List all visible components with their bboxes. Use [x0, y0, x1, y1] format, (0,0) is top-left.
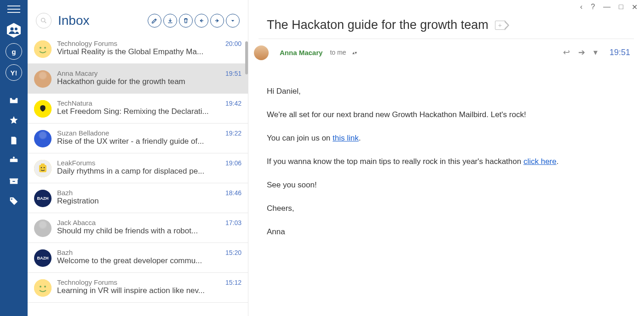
message-item[interactable]: TechNatura19:42Let Freedom Sing: Remixin…	[28, 94, 248, 124]
nav-drafts[interactable]	[6, 132, 22, 149]
message-subject: Learning in VR will inspire action like …	[57, 286, 223, 295]
message-item[interactable]: Technology Forums20:00Virtual Reality is…	[28, 34, 248, 64]
message-time: 19:42	[225, 100, 242, 107]
minimize-button[interactable]: —	[603, 3, 610, 11]
body-p3-tail: .	[557, 157, 559, 166]
message-item[interactable]: Technology Forums15:12Learning in VR wil…	[28, 273, 248, 303]
message-time: 15:12	[225, 279, 242, 286]
message-time: 19:22	[225, 130, 242, 137]
message-time: 18:46	[225, 189, 242, 197]
from-row: Anna Macary to me ▴▾ ↩ ➔ ▾ 19:51	[248, 39, 644, 66]
avatar	[34, 70, 52, 88]
list-header: Inbox	[28, 0, 248, 34]
svg-rect-5	[12, 181, 15, 182]
more-button[interactable]	[226, 14, 240, 28]
avatar	[34, 220, 52, 237]
delete-button[interactable]	[179, 14, 193, 28]
svg-point-19	[40, 286, 41, 288]
message-item[interactable]: Suzan Belladone19:22Rise of the UX write…	[28, 124, 248, 153]
svg-point-16	[41, 167, 42, 169]
scrollbar-thumb[interactable]	[245, 41, 248, 74]
tips-link[interactable]: click here	[523, 157, 557, 166]
message-item[interactable]: BAZHBazh15:20Welcome to the great develo…	[28, 243, 248, 273]
body-p1: We're all set for our next brand new Gro…	[267, 107, 626, 123]
mail-title: The Hackaton guide for the growth team	[267, 18, 489, 32]
message-time: 17:03	[225, 219, 242, 226]
list-actions	[148, 14, 240, 28]
svg-point-6	[11, 198, 12, 200]
message-item[interactable]: BAZHBazh18:46Registration	[28, 183, 248, 213]
search-button[interactable]	[36, 13, 52, 28]
svg-point-18	[34, 279, 52, 297]
avatar	[34, 279, 52, 297]
sender-name: Technology Forums	[57, 40, 117, 47]
join-link[interactable]: this link	[333, 134, 359, 142]
message-item[interactable]: Anna Macary19:51Hackathon guide for the …	[28, 64, 248, 94]
message-subject: Should my child be friends with a robot.…	[57, 226, 223, 236]
to-label: to me	[330, 49, 346, 56]
svg-rect-14	[39, 165, 46, 172]
nav-tags[interactable]	[6, 193, 22, 209]
svg-marker-0	[7, 23, 21, 38]
window-controls: ‹ ? — □ ✕	[248, 0, 644, 11]
sender-name: TechNatura	[57, 99, 92, 107]
nav-starred[interactable]	[6, 112, 22, 129]
avatar: BAZH	[34, 249, 52, 267]
message-list: Technology Forums20:00Virtual Reality is…	[28, 34, 248, 316]
message-actions: ↩ ➔ ▾ 19:51	[563, 47, 630, 57]
account-all[interactable]	[6, 22, 22, 39]
account-rail: g Y!	[0, 0, 28, 316]
svg-point-9	[34, 40, 52, 58]
recipient-chevron-icon[interactable]: ▴▾	[352, 50, 357, 55]
message-time: 20:00	[225, 40, 242, 47]
svg-point-20	[44, 286, 46, 288]
nav-sent[interactable]	[6, 152, 22, 169]
sender-avatar	[254, 45, 269, 60]
nav-archive[interactable]	[6, 173, 22, 189]
svg-point-1	[11, 28, 14, 31]
svg-rect-15	[41, 164, 45, 165]
mail-time: 19:51	[610, 48, 630, 57]
message-item[interactable]: Jack Abacca17:03Should my child be frien…	[28, 213, 248, 243]
maximize-button[interactable]: □	[619, 3, 623, 11]
sender-name: Anna Macary	[57, 69, 98, 77]
message-subject: Rise of the UX writer - a friendly guide…	[57, 137, 223, 146]
mail-body: Hi Daniel, We're all set for our next br…	[248, 66, 644, 258]
svg-line-8	[45, 22, 46, 23]
dropdown-icon[interactable]: ▾	[593, 47, 598, 57]
message-item[interactable]: LeakForums19:06Daily rhythms in a camp f…	[28, 153, 248, 183]
help-button[interactable]: ?	[591, 3, 595, 11]
sender-name: Technology Forums	[57, 278, 117, 286]
message-list-pane: Inbox Technology Forums20:00Virtual Real…	[28, 0, 248, 316]
reply-icon[interactable]: ↩	[563, 47, 570, 57]
avatar	[34, 100, 52, 118]
hamburger-menu[interactable]	[7, 3, 20, 16]
account-google[interactable]: g	[6, 43, 22, 60]
body-p2-tail: .	[359, 134, 361, 142]
body-p6: Anna	[267, 224, 626, 240]
account-yahoo[interactable]: Y!	[6, 64, 22, 81]
body-greeting: Hi Daniel,	[267, 84, 626, 99]
sender-name: Suzan Belladone	[57, 129, 109, 137]
reply-button[interactable]	[195, 14, 208, 28]
svg-point-10	[40, 47, 41, 49]
body-p3-text: If you wanna know the top main tips to r…	[267, 157, 523, 166]
archive-button[interactable]	[163, 14, 177, 28]
close-button[interactable]: ✕	[632, 3, 638, 11]
svg-point-7	[41, 18, 45, 22]
sender-name: Bazh	[57, 248, 73, 256]
forward-button[interactable]	[210, 14, 224, 28]
message-time: 19:06	[225, 159, 242, 167]
compose-button[interactable]	[148, 14, 161, 28]
body-p3: If you wanna know the top main tips to r…	[267, 154, 626, 169]
message-subject: Let Freedom Sing: Remixing the Declarati…	[57, 107, 223, 116]
avatar: BAZH	[34, 190, 52, 207]
forward-icon[interactable]: ➔	[578, 47, 585, 57]
message-subject: Registration	[57, 197, 223, 206]
back-button[interactable]: ‹	[580, 3, 582, 11]
svg-point-2	[15, 28, 17, 30]
add-tag-button[interactable]: +	[495, 21, 505, 30]
nav-inbox[interactable]	[6, 92, 22, 108]
folder-title: Inbox	[56, 13, 143, 28]
sender-name: LeakForums	[57, 159, 95, 167]
